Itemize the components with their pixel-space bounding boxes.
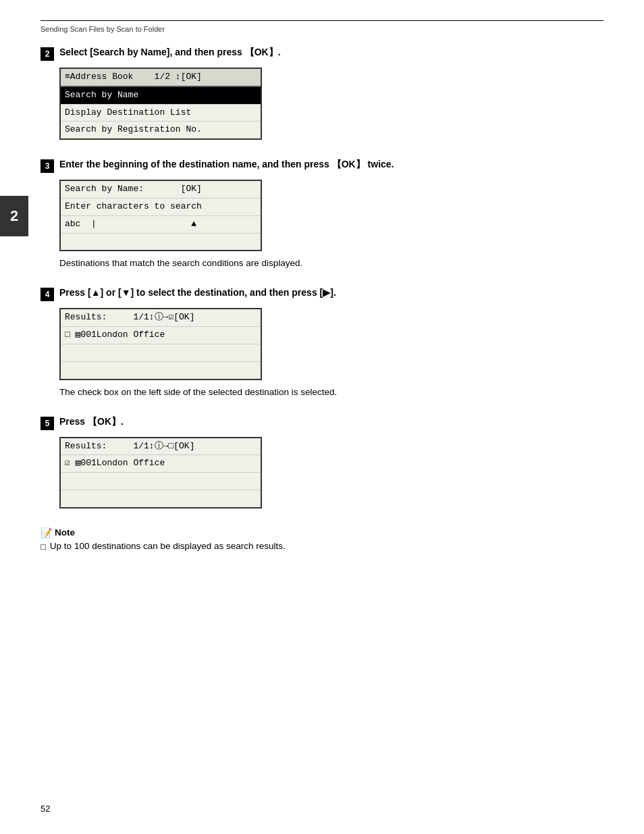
step5-screen: Results: 1/1↕ⓘ→□[OK] ☑ ▤001London Office xyxy=(59,437,262,509)
step4-screen: Results: 1/1↕ⓘ→☑[OK] □ ▤001London Office xyxy=(59,308,262,380)
step2-text: Select [Search by Name], and then press … xyxy=(59,47,281,59)
step4-row2: □ ▤001London Office xyxy=(61,327,261,344)
note-icon: 📝 xyxy=(41,527,52,538)
note-label: Note xyxy=(55,527,75,538)
step4-row3 xyxy=(61,344,261,362)
step3-number: 3 xyxy=(41,159,54,173)
step3-section: 3 Enter the beginning of the destination… xyxy=(41,159,603,268)
step4-section: 4 Press [▲] or [▼] to select the destina… xyxy=(41,287,603,396)
step4-heading: 4 Press [▲] or [▼] to select the destina… xyxy=(41,287,603,301)
step2-row1: ≡Address Book 1/2 ↕[OK] xyxy=(61,69,261,87)
step2-row3: Display Destination List xyxy=(61,105,261,122)
breadcrumb: Sending Scan Files by Scan to Folder xyxy=(41,25,603,33)
note-item-text: Up to 100 destinations can be displayed … xyxy=(50,541,286,551)
step3-row2: Enter characters to search xyxy=(61,199,261,216)
step3-description: Destinations that match the search condi… xyxy=(59,258,603,268)
step5-text: Press 【OK】. xyxy=(59,416,124,428)
note-checkbox-icon: □ xyxy=(41,542,46,552)
step2-screen: ≡Address Book 1/2 ↕[OK] Search by Name D… xyxy=(59,68,262,140)
side-tab: 2 xyxy=(0,196,28,236)
step5-section: 5 Press 【OK】. Results: 1/1↕ⓘ→□[OK] ☑ ▤00… xyxy=(41,416,603,509)
step2-row4: Search by Registration No. xyxy=(61,122,261,138)
step3-row1: Search by Name: [OK] xyxy=(61,181,261,199)
step5-heading: 5 Press 【OK】. xyxy=(41,416,603,430)
note-section: 📝 Note □ Up to 100 destinations can be d… xyxy=(41,527,603,552)
step4-number: 4 xyxy=(41,288,54,301)
step2-row2: Search by Name xyxy=(61,87,261,105)
step2-number: 2 xyxy=(41,47,54,61)
step4-description: The check box on the left side of the se… xyxy=(59,387,603,397)
note-item-1: □ Up to 100 destinations can be displaye… xyxy=(41,541,603,552)
step5-number: 5 xyxy=(41,417,54,430)
page-number: 52 xyxy=(41,804,50,814)
step5-row4 xyxy=(61,490,261,507)
step3-heading: 3 Enter the beginning of the destination… xyxy=(41,159,603,173)
step3-row4 xyxy=(61,234,261,251)
step5-row3 xyxy=(61,473,261,490)
step5-row1: Results: 1/1↕ⓘ→□[OK] xyxy=(61,438,261,456)
step3-text: Enter the beginning of the destination n… xyxy=(59,159,394,171)
step4-row4 xyxy=(61,362,261,379)
step2-section: 2 Select [Search by Name], and then pres… xyxy=(41,47,603,140)
step3-row3: abc | ▲ xyxy=(61,216,261,234)
header-rule xyxy=(41,20,603,21)
note-heading: 📝 Note xyxy=(41,527,603,538)
step2-heading: 2 Select [Search by Name], and then pres… xyxy=(41,47,603,61)
step5-row2: ☑ ▤001London Office xyxy=(61,455,261,473)
step4-text: Press [▲] or [▼] to select the destinati… xyxy=(59,287,336,298)
page-container: Sending Scan Files by Scan to Folder 2 2… xyxy=(0,0,644,592)
step4-row1: Results: 1/1↕ⓘ→☑[OK] xyxy=(61,309,261,327)
step3-screen: Search by Name: [OK] Enter characters to… xyxy=(59,180,262,251)
